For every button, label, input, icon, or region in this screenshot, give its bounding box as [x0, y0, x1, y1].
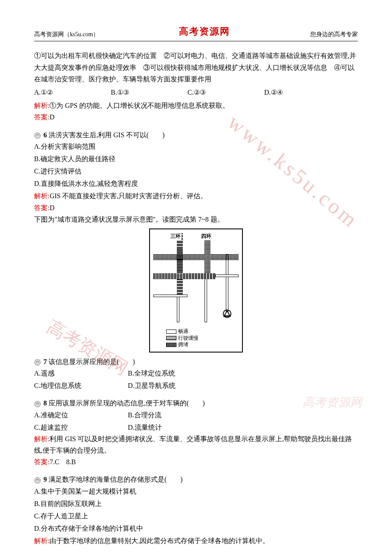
q5-analysis-text: ①为 GPS 的功能。人口增长状况不能用地理信息系统获取。	[49, 102, 229, 109]
analysis-label: 解析:	[34, 192, 49, 199]
legend-jam: 拥堵	[178, 341, 188, 348]
svg-point-2	[35, 401, 40, 407]
bullet-icon	[34, 401, 41, 408]
analysis-label: 解析:	[34, 102, 49, 109]
q7-option-a: A.遥感	[34, 367, 128, 379]
bullet-icon	[34, 477, 41, 484]
traffic-diagram: 三环 四环 畅通 行驶缓慢 拥堵	[34, 228, 358, 353]
bullet-icon	[34, 359, 41, 366]
q9-option-a: A.集中于美国某一超大规模计算机	[34, 486, 358, 497]
q5-option-d: D.②④	[264, 87, 315, 98]
q7-options: A.遥感 B.全球定位系统 C.地理信息系统 D.卫星导航系统	[34, 367, 358, 391]
q9-option-d: D.分布式存储于全球各地的计算机中	[34, 523, 358, 534]
q9-number: 9	[43, 476, 47, 483]
q5-options: A.①② B.①③ C.②③ D.②④	[34, 87, 358, 98]
q6-options: A.分析灾害影响范围 B.确定救灾人员的最佳路径 C.进行灾情评估 D.直接降低…	[34, 141, 358, 190]
legend-clear: 畅通	[178, 328, 188, 335]
svg-point-1	[35, 359, 40, 365]
q9-analysis-text: 由于数字地球的信息量特别大,因此需分布式存储于全球各地的计算机中。	[49, 537, 269, 544]
q8-stem-text: 应用该显示屏所呈现的动态信息,便于对车辆的( )	[47, 399, 205, 407]
q6-option-c: C.进行灾情评估	[34, 165, 358, 177]
q5-answer: 答案:D	[34, 111, 358, 123]
page-header: 高考资源网（ks5u.com） 高考资源网 您身边的高考专家	[34, 23, 358, 41]
diagram-legend: 畅通 行驶缓慢 拥堵	[153, 328, 239, 348]
header-left: 高考资源网（ks5u.com）	[34, 29, 99, 40]
q8-answer: 答案:7.C 8.B	[34, 456, 358, 468]
q8-options: A.准确定位 B.合理分流 C.超速监控 D.流量统计	[34, 409, 358, 433]
q7-option-c: C.地理信息系统	[34, 380, 128, 391]
q6-answer: 答案:D	[34, 202, 358, 214]
q5-option-a: A.①②	[34, 87, 85, 98]
diagram-label-2: 四环	[200, 232, 212, 240]
document-page: www.ks5u.com 高考资源网 高考资源网 高考资源网（ks5u.com）…	[0, 0, 392, 555]
q7-stem-text: 该信息显示屏应用的是( )	[47, 358, 135, 365]
q8-answer-text: 7.C 8.B	[49, 458, 75, 465]
q8-option-c: C.超速监控	[34, 422, 128, 433]
q7-number: 7	[43, 358, 47, 365]
answer-label: 答案:	[34, 458, 49, 465]
q6-analysis: 解析:GIS 不能直接处理灾害,只能对灾害进行分析、评估。	[34, 190, 358, 202]
context-paragraph: ①可以为出租车司机很快确定汽车的位置 ②可以对电力、电信、交通道路等城市基础设施…	[34, 50, 358, 85]
q7-option-b: B.全球定位系统	[128, 367, 222, 379]
legend-slow: 行驶缓慢	[178, 335, 199, 342]
q8-analysis: 解析:利用 GIS 可以及时把交通拥堵状况、车流量、交通事故等信息显示在显示屏上…	[34, 433, 358, 456]
svg-point-0	[35, 133, 40, 139]
q6-option-a: A.分析灾害影响范围	[34, 141, 358, 152]
answer-label: 答案:	[34, 204, 49, 211]
q8-analysis-text: 利用 GIS 可以及时把交通拥堵状况、车流量、交通事故等信息显示在显示屏上,帮助…	[34, 435, 352, 454]
q6-stem-text: 洪涝灾害发生后,利用 GIS 不可以( )	[47, 131, 164, 139]
q7-option-d: D.卫星导航系统	[128, 380, 222, 391]
svg-point-3	[35, 477, 40, 483]
q6-analysis-text: GIS 不能直接处理灾害,只能对灾害进行分析、评估。	[49, 192, 207, 199]
q8-option-a: A.准确定位	[34, 409, 128, 421]
q8-stem: 8 应用该显示屏所呈现的动态信息,便于对车辆的( )	[34, 397, 358, 409]
q9-stem: 9 满足数字地球的海量信息的存储形式是( )	[34, 474, 358, 485]
q8-option-d: D.流量统计	[128, 422, 222, 433]
answer-label: 答案:	[34, 113, 49, 121]
q5-option-c: C.②③	[187, 87, 239, 98]
q5-answer-text: D	[49, 113, 55, 121]
q9-options: A.集中于美国某一超大规模计算机 B.目前的国际互联网上 C.存于人造卫星上 D…	[34, 486, 358, 535]
q5-option-b: B.①③	[111, 87, 162, 98]
header-right: 您身边的高考专家	[310, 29, 358, 40]
analysis-label: 解析:	[34, 537, 49, 544]
bullet-icon	[34, 132, 41, 139]
figure-intro: 下图为"城市道路交通状况显示屏示意图"。读图完成第 7~8 题。	[34, 214, 358, 225]
q9-analysis: 解析:由于数字地球的信息量特别大,因此需分布式存储于全球各地的计算机中。	[34, 535, 358, 546]
q5-analysis: 解析:①为 GPS 的功能。人口增长状况不能用地理信息系统获取。	[34, 100, 358, 111]
q6-stem: 6 洪涝灾害发生后,利用 GIS 不可以( )	[34, 129, 358, 141]
header-title: 高考资源网	[179, 23, 230, 39]
q9-option-b: B.目前的国际互联网上	[34, 498, 358, 509]
q9-option-c: C.存于人造卫星上	[34, 510, 358, 522]
q9-stem-text: 满足数字地球的海量信息的存储形式是( )	[47, 476, 183, 483]
q6-number: 6	[43, 131, 47, 139]
diagram-label-1: 三环	[170, 232, 182, 240]
q7-stem: 7 该信息显示屏应用的是( )	[34, 356, 358, 367]
q6-answer-text: D	[49, 204, 55, 211]
q8-number: 8	[43, 399, 47, 407]
q8-option-b: B.合理分流	[128, 409, 222, 421]
q6-option-d: D.直接降低洪水水位,减轻危害程度	[34, 178, 358, 189]
q6-option-b: B.确定救灾人员的最佳路径	[34, 153, 358, 165]
analysis-label: 解析:	[34, 435, 49, 442]
